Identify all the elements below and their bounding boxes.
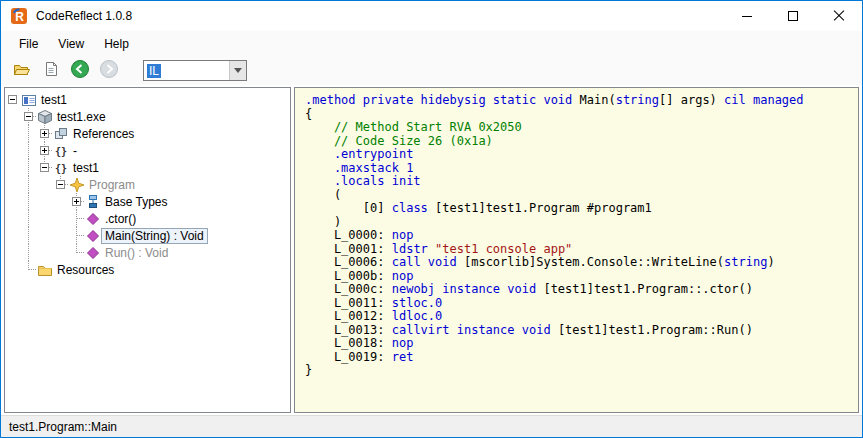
namespace-icon: {} bbox=[53, 160, 69, 176]
tree-item-ctor[interactable]: .ctor() bbox=[5, 210, 290, 227]
collapse-icon[interactable] bbox=[24, 112, 33, 121]
tree-item-label: test1.exe bbox=[53, 109, 110, 125]
tree-connector bbox=[69, 227, 85, 244]
code-line: L_000b: nop bbox=[305, 270, 858, 284]
assembly-tree-panel[interactable]: test1test1.exeReferences{}-{}test1Progra… bbox=[4, 87, 291, 413]
language-combobox-value: IL bbox=[147, 64, 161, 78]
tree-item-test1[interactable]: {}test1 bbox=[5, 159, 290, 176]
tree-item-main-string-void[interactable]: Main(String) : Void bbox=[5, 227, 290, 244]
app-logo-icon: R bbox=[10, 7, 28, 25]
tree-guide bbox=[5, 227, 21, 244]
collapse-icon[interactable] bbox=[56, 180, 65, 189]
code-line: L_0006: call void [mscorlib]System.Conso… bbox=[305, 256, 858, 270]
assembly-icon bbox=[37, 109, 53, 125]
collapse-icon[interactable] bbox=[8, 95, 17, 104]
code-line: L_0001: ldstr "test1 console app" bbox=[305, 243, 858, 257]
tree-expander[interactable] bbox=[53, 176, 69, 193]
code-line: [0] class [test1]test1.Program #program1 bbox=[305, 202, 858, 216]
code-line: L_0018: nop bbox=[305, 337, 858, 351]
maximize-icon bbox=[788, 11, 798, 21]
minimize-button[interactable] bbox=[724, 1, 770, 31]
menu-item-help[interactable]: Help bbox=[94, 31, 139, 56]
code-line: .maxstack 1 bbox=[305, 162, 858, 176]
namespace-icon: {} bbox=[53, 143, 69, 159]
code-view[interactable]: .method private hidebysig static void Ma… bbox=[294, 87, 859, 413]
chevron-down-icon bbox=[234, 68, 242, 73]
tree-guide bbox=[21, 193, 37, 210]
method-icon bbox=[85, 245, 101, 261]
tree-item-node[interactable]: {}- bbox=[5, 142, 290, 159]
tree-item-test1-exe[interactable]: test1.exe bbox=[5, 108, 290, 125]
tree-item-run-void[interactable]: Run() : Void bbox=[5, 244, 290, 261]
assembly-info-button[interactable] bbox=[38, 59, 64, 83]
tree-guide bbox=[21, 210, 37, 227]
combobox-dropdown-button[interactable] bbox=[229, 61, 246, 80]
tree-expander[interactable] bbox=[37, 125, 53, 142]
code-line: .locals init bbox=[305, 175, 858, 189]
tree-item-references[interactable]: References bbox=[5, 125, 290, 142]
folder-icon bbox=[37, 262, 53, 278]
tree-expander[interactable] bbox=[37, 142, 53, 159]
code-line: L_0012: ldloc.0 bbox=[305, 310, 858, 324]
tree-guide bbox=[37, 193, 53, 210]
tree-item-resources[interactable]: Resources bbox=[5, 261, 290, 278]
tree-guide bbox=[5, 125, 21, 142]
tree-item-label: - bbox=[69, 143, 81, 159]
code-line: { bbox=[305, 108, 858, 122]
tree-guide bbox=[37, 227, 53, 244]
title-bar[interactable]: R CodeReflect 1.0.8 bbox=[1, 1, 862, 31]
solution-icon bbox=[21, 92, 37, 108]
tree-item-base-types[interactable]: Base Types bbox=[5, 193, 290, 210]
tree-guide bbox=[21, 244, 37, 261]
tree-guide bbox=[37, 176, 53, 193]
method-icon bbox=[85, 228, 101, 244]
tree-expander[interactable] bbox=[21, 108, 37, 125]
tree-guide bbox=[5, 176, 21, 193]
document-icon bbox=[43, 61, 59, 80]
code-line: } bbox=[305, 364, 858, 378]
tree-expander[interactable] bbox=[37, 159, 53, 176]
basetypes-icon bbox=[85, 194, 101, 210]
tree-item-label: Resources bbox=[53, 262, 118, 278]
forward-button[interactable] bbox=[96, 59, 122, 83]
tree-item-program[interactable]: Program bbox=[5, 176, 290, 193]
tree-guide bbox=[5, 108, 21, 125]
code-line: .method private hidebysig static void Ma… bbox=[305, 94, 858, 108]
tree-expander[interactable] bbox=[5, 91, 21, 108]
expand-icon[interactable] bbox=[40, 129, 49, 138]
tree-guide bbox=[53, 227, 69, 244]
app-window: R CodeReflect 1.0.8 FileViewHelp IL test… bbox=[0, 0, 863, 438]
tree-guide bbox=[5, 142, 21, 159]
tree-item-label: Program bbox=[85, 177, 139, 193]
back-arrow-icon bbox=[70, 59, 90, 82]
tree-item-test1[interactable]: test1 bbox=[5, 91, 290, 108]
tree-item-label: Main(String) : Void bbox=[101, 228, 208, 244]
close-button[interactable] bbox=[816, 1, 862, 31]
menu-item-file[interactable]: File bbox=[9, 31, 48, 56]
tree-guide bbox=[21, 176, 37, 193]
tree-expander[interactable] bbox=[69, 193, 85, 210]
tree-guide bbox=[21, 125, 37, 142]
code-line: // Code Size 26 (0x1a) bbox=[305, 135, 858, 149]
code-line: L_000c: newobj instance void [test1]test… bbox=[305, 283, 858, 297]
expand-icon[interactable] bbox=[40, 146, 49, 155]
tree-guide bbox=[5, 261, 21, 278]
language-combobox[interactable]: IL bbox=[143, 60, 247, 81]
maximize-button[interactable] bbox=[770, 1, 816, 31]
tree-guide bbox=[37, 244, 53, 261]
minimize-icon bbox=[742, 16, 752, 17]
collapse-icon[interactable] bbox=[40, 163, 49, 172]
expand-icon[interactable] bbox=[72, 197, 81, 206]
menu-item-view[interactable]: View bbox=[48, 31, 94, 56]
tree-guide bbox=[5, 244, 21, 261]
back-button[interactable] bbox=[67, 59, 93, 83]
method-icon bbox=[85, 211, 101, 227]
tree-guide bbox=[5, 159, 21, 176]
tree-connector bbox=[69, 244, 85, 261]
code-line: // Method Start RVA 0x2050 bbox=[305, 121, 858, 135]
tree-guide bbox=[21, 142, 37, 159]
open-assembly-button[interactable] bbox=[9, 59, 35, 83]
tree-guide bbox=[37, 210, 53, 227]
tree-connector bbox=[21, 261, 37, 278]
code-line: ( bbox=[305, 189, 858, 203]
